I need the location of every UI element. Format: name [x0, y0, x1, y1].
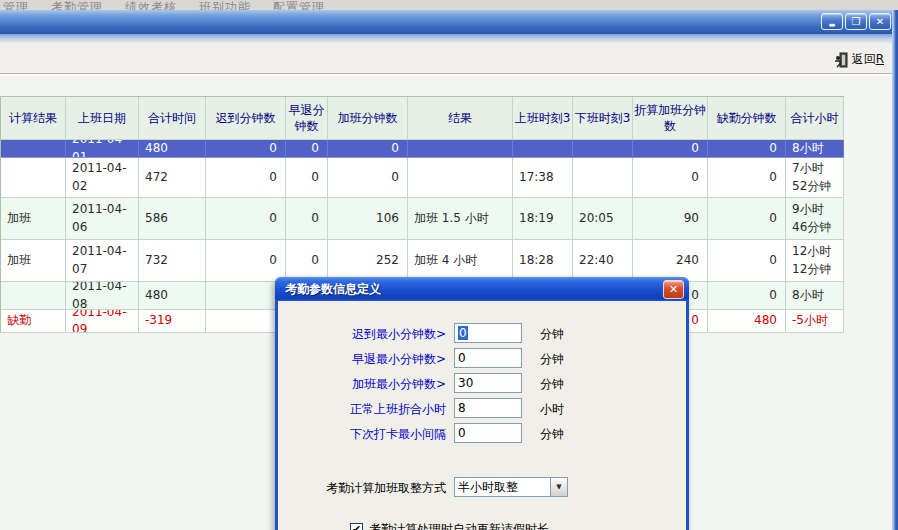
column-header[interactable]: 缺勤分钟数 — [708, 97, 786, 140]
table-cell: 0 — [286, 198, 328, 240]
field-label: 下次打卡最小间隔 — [278, 426, 446, 443]
field-input[interactable]: 0 — [454, 323, 522, 343]
dialog-field-row: 早退最小分钟数>0分钟 — [278, 348, 686, 368]
column-header[interactable]: 合计小时 — [786, 97, 844, 140]
window-controls: ▬ ❐ ✕ — [821, 13, 891, 30]
table-cell: 480 — [139, 140, 206, 158]
table-cell: 2011-04-01 — [66, 140, 139, 158]
table-cell: 0 — [708, 140, 786, 158]
table-cell — [513, 140, 573, 158]
table-cell: 18:28 — [513, 240, 573, 282]
table-cell: 480 — [139, 282, 206, 310]
toolbar: 返回R — [0, 44, 898, 74]
menu-item-3[interactable]: 班别功能 — [199, 0, 251, 10]
table-cell: 12小时12分钟 — [786, 240, 844, 282]
field-input[interactable]: 30 — [454, 373, 522, 393]
table-cell: 472 — [139, 158, 206, 198]
window-right-border — [892, 10, 898, 530]
dialog-title: 考勤参数信息定义 — [285, 281, 663, 298]
dialog-field-row: 正常上班折合小时8小时 — [278, 398, 686, 418]
menu-item-1[interactable]: 考勤管理 — [51, 0, 103, 10]
dialog-title-bar[interactable]: 考勤参数信息定义 ✕ — [275, 277, 689, 301]
table-cell: 2011-04-02 — [66, 158, 139, 198]
table-cell: 8小时 — [786, 282, 844, 310]
table-cell: 2011-04-08 — [66, 282, 139, 310]
column-header[interactable]: 早退分钟数 — [286, 97, 328, 140]
table-row[interactable]: 加班2011-04-0658600106加班 1.5 小时18:1920:059… — [1, 198, 844, 240]
column-header[interactable]: 结果 — [408, 97, 513, 140]
table-cell: 加班 1.5 小时 — [408, 198, 513, 240]
maximize-icon[interactable]: ❐ — [845, 13, 867, 30]
table-row[interactable]: 2011-04-01480000008小时 — [1, 140, 844, 158]
menu-item-4[interactable]: 配置管理 — [273, 0, 325, 10]
field-unit: 小时 — [540, 401, 564, 418]
table-cell: 0 — [633, 158, 708, 198]
table-cell: 240 — [633, 240, 708, 282]
rounding-mode-value: 半小时取整 — [455, 478, 550, 496]
table-cell: 缺勤 — [1, 310, 66, 333]
table-cell: -319 — [139, 310, 206, 333]
column-header[interactable]: 计算结果 — [1, 97, 66, 140]
table-cell — [1, 282, 66, 310]
table-cell: 加班 — [1, 240, 66, 282]
column-header[interactable]: 加班分钟数 — [328, 97, 408, 140]
menu-item-2[interactable]: 绩效考核 — [125, 0, 177, 10]
table-row[interactable]: 加班2011-04-0773200252加班 4 小时18:2822:40240… — [1, 240, 844, 282]
rounding-mode-select[interactable]: 半小时取整 ▼ — [454, 477, 568, 497]
table-cell: 0 — [206, 198, 286, 240]
auto-update-leave-row[interactable]: ✔ 考勤计算处理时自动更新请假时长 — [350, 521, 549, 530]
chevron-down-icon[interactable]: ▼ — [550, 478, 567, 496]
table-cell — [1, 158, 66, 198]
table-cell: 2011-04-06 — [66, 198, 139, 240]
table-cell: 0 — [708, 282, 786, 310]
field-unit: 分钟 — [540, 351, 564, 368]
field-label: 正常上班折合小时 — [278, 401, 446, 418]
table-cell: 加班 4 小时 — [408, 240, 513, 282]
table-cell: 0 — [286, 158, 328, 198]
field-unit: 分钟 — [540, 326, 564, 343]
table-cell: 252 — [328, 240, 408, 282]
close-icon[interactable]: ✕ — [869, 13, 891, 30]
column-header[interactable]: 折算加班分钟数 — [633, 97, 708, 140]
column-header[interactable]: 迟到分钟数 — [206, 97, 286, 140]
table-cell: 0 — [286, 240, 328, 282]
auto-update-leave-label: 考勤计算处理时自动更新请假时长 — [369, 521, 549, 530]
table-cell: 8小时 — [786, 140, 844, 158]
field-input[interactable]: 0 — [454, 423, 522, 443]
table-cell: 480 — [708, 310, 786, 333]
dialog-field-row: 下次打卡最小间隔0分钟 — [278, 423, 686, 443]
column-header[interactable]: 上班时刻3 — [513, 97, 573, 140]
table-cell: 9小时46分钟 — [786, 198, 844, 240]
minimize-icon[interactable]: ▬ — [821, 13, 843, 30]
field-label: 加班最小分钟数> — [278, 376, 446, 393]
table-cell: 0 — [206, 158, 286, 198]
column-header[interactable]: 上班日期 — [66, 97, 139, 140]
column-header[interactable]: 合计时间 — [139, 97, 206, 140]
attendance-params-dialog: 考勤参数信息定义 ✕ 下次打卡最小间隔0分钟正常上班折合小时8小时加班最小分钟数… — [275, 277, 689, 530]
attendance-app-window: 管理考勤管理绩效考核班别功能配置管理 ▬ ❐ ✕ 返回R 计算结果上班日期合计时… — [0, 0, 898, 530]
table-cell: 7小时52分钟 — [786, 158, 844, 198]
table-cell — [408, 158, 513, 198]
table-cell: 18:19 — [513, 198, 573, 240]
table-cell: 586 — [139, 198, 206, 240]
field-input[interactable]: 8 — [454, 398, 522, 418]
table-cell: 0 — [708, 158, 786, 198]
selected-text: 0 — [458, 326, 468, 340]
menu-item-0[interactable]: 管理 — [3, 0, 29, 10]
table-cell: 0 — [206, 140, 286, 158]
window-title-bar — [0, 10, 898, 34]
table-cell: 2011-04-09 — [66, 310, 139, 333]
field-input[interactable]: 0 — [454, 348, 522, 368]
back-button-label: 返回R — [852, 51, 884, 68]
back-button[interactable]: 返回R — [830, 49, 890, 70]
table-cell — [573, 140, 633, 158]
checkbox-checked-icon[interactable]: ✔ — [350, 523, 363, 530]
table-cell: 0 — [633, 140, 708, 158]
table-row[interactable]: 2011-04-0247200017:38007小时52分钟 — [1, 158, 844, 198]
dialog-field-row: 加班最小分钟数>30分钟 — [278, 373, 686, 393]
column-header[interactable]: 下班时刻3 — [573, 97, 633, 140]
title-bar-fade — [0, 34, 898, 44]
dialog-close-icon[interactable]: ✕ — [663, 280, 684, 299]
field-unit: 分钟 — [540, 426, 564, 443]
field-unit: 分钟 — [540, 376, 564, 393]
